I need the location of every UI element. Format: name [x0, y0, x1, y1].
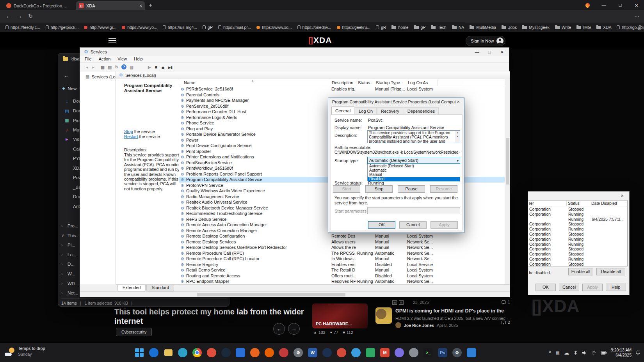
stop-service-icon[interactable] — [153, 64, 159, 70]
hero-title-line2[interactable]: internet — [114, 317, 143, 326]
column-header-description[interactable]: Description — [330, 80, 356, 86]
chevron-icon[interactable]: › — [61, 291, 65, 295]
taskbar-app-icon[interactable] — [366, 348, 375, 357]
comment-count[interactable]: 1 — [502, 300, 510, 304]
chevron-icon[interactable]: ∨ — [61, 233, 65, 238]
view-tab[interactable]: Standard — [146, 285, 174, 291]
msconfig-service-row[interactable]: Corporation Stopped — [528, 247, 628, 252]
notification-bell-icon[interactable] — [636, 350, 640, 355]
tab-xda[interactable]: [] XDA — [76, 1, 145, 10]
service-row[interactable]: Routing and Remote Access Offers routi..… — [179, 273, 505, 279]
chevron-icon[interactable]: › — [61, 252, 65, 257]
hero-tag-button[interactable]: Cybersecurity — [116, 328, 152, 336]
onedrive-cloud-icon[interactable] — [564, 350, 569, 356]
taskbar-app-icon[interactable] — [236, 348, 245, 357]
msconfig-service-row[interactable]: Corporation Running — [528, 212, 628, 217]
forward-icon[interactable] — [90, 64, 96, 70]
window-minimize-button[interactable] — [596, 0, 611, 10]
taskbar-app-icon[interactable] — [337, 348, 346, 357]
battery-icon[interactable] — [601, 351, 607, 355]
refresh-icon[interactable] — [114, 64, 120, 70]
dropdown-option[interactable]: Disabled — [368, 177, 460, 181]
start-parameters-field[interactable] — [367, 207, 460, 214]
cancel-button[interactable]: Cancel — [559, 284, 579, 291]
edge-icon[interactable] — [178, 348, 187, 357]
dialog-tab[interactable]: Log On — [355, 107, 377, 114]
column-header-log-on-as[interactable]: Log On As — [406, 80, 438, 86]
bookmark-item[interactable]: Mysticgeek — [520, 23, 552, 31]
bluetooth-icon[interactable] — [573, 350, 578, 355]
tree-item[interactable]: › WD... — [61, 281, 79, 286]
comment-count[interactable]: 2 — [502, 320, 510, 325]
bookmark-item[interactable]: XDA — [594, 23, 614, 31]
service-row[interactable]: Remote Registry Enables rem... Disabled … — [179, 262, 505, 268]
stop-service-link[interactable]: Stop — [124, 129, 133, 134]
dialog-tab[interactable]: Dependencies — [404, 107, 439, 114]
menu-item[interactable]: View — [114, 56, 130, 62]
bookmark-item[interactable]: http://getpock... — [43, 23, 81, 31]
forward-icon[interactable] — [16, 13, 23, 20]
flame-icon[interactable] — [580, 0, 595, 10]
start-button[interactable] — [135, 348, 144, 357]
startup-type-combobox[interactable]: Automatic (Delayed Start) — [367, 157, 460, 164]
service-row[interactable]: P9RdrService_2e516d8f Enables trig... Ma… — [179, 86, 505, 92]
xda-logo[interactable]: XDA — [308, 35, 332, 45]
taskbar-app-icon[interactable] — [149, 348, 158, 357]
view-tab[interactable]: Extended — [117, 285, 146, 291]
tree-item[interactable]: › Lo... — [61, 252, 76, 257]
sign-in-button[interactable]: Sign In Now — [466, 36, 505, 46]
word-icon[interactable]: W — [308, 348, 317, 357]
field-scrollbar[interactable]: ▴▾ — [455, 131, 460, 143]
firefox-icon[interactable] — [265, 348, 274, 357]
ok-button[interactable]: OK — [368, 221, 395, 229]
maximize-button[interactable] — [483, 48, 496, 56]
bookmark-item[interactable]: gP — [412, 23, 428, 31]
chevron-icon[interactable]: › — [61, 243, 65, 247]
taskbar-app-icon[interactable] — [395, 348, 404, 357]
horizontal-scrollbar[interactable] — [80, 291, 510, 297]
disable-all-button[interactable]: Disable all — [596, 268, 625, 275]
pause-service-icon[interactable] — [160, 64, 166, 70]
tab-close-icon[interactable] — [139, 3, 142, 9]
service-row[interactable]: Retail Demo Service The Retail D... Manu… — [179, 267, 505, 273]
tree-root-services-local[interactable]: Services (Local) — [80, 71, 116, 79]
taskbar-app-icon[interactable]: ⚙ — [452, 348, 462, 357]
service-row[interactable]: Parental Controls — [179, 92, 505, 98]
new-button[interactable]: New ∨ — [62, 85, 82, 92]
msconfig-service-row[interactable]: Corporation Running — [528, 227, 628, 232]
wifi-icon[interactable] — [591, 351, 596, 355]
bookmark-item[interactable]: IMG — [574, 23, 593, 31]
export-list-icon[interactable] — [107, 64, 113, 70]
tree-item[interactable]: › Pi... — [61, 243, 75, 247]
photoshop-icon[interactable]: Ps — [438, 348, 447, 357]
services-title-bar[interactable]: Services — [80, 48, 509, 56]
back-icon[interactable] — [5, 13, 12, 20]
msconfig-service-row[interactable]: Corporation Stopped — [528, 232, 628, 237]
menu-item[interactable]: File — [82, 56, 95, 62]
chevron-icon[interactable]: › — [61, 272, 65, 276]
column-header-name[interactable]: Name — [179, 80, 330, 86]
msconfig-service-row[interactable]: Corporation Running — [528, 242, 628, 247]
taskbar-app-icon[interactable] — [279, 348, 288, 357]
speaker-icon[interactable] — [582, 351, 587, 355]
column-header-startup-type[interactable]: Startup Type — [374, 80, 406, 86]
msconfig-service-row[interactable]: Running 6/4/2025 7:57:3... — [528, 217, 628, 222]
terminal-icon[interactable]: >_ — [423, 348, 433, 357]
msconfig-service-row[interactable]: Corporation Stopped — [528, 252, 628, 257]
help-icon[interactable] — [121, 64, 126, 69]
bookmark-item[interactable]: https://geekru... — [334, 23, 373, 31]
bookmark-item[interactable]: http://www.gr... — [82, 23, 119, 31]
tree-item[interactable]: › D... — [61, 262, 75, 266]
dropdown-option[interactable]: Automatic (Delayed Start) — [368, 164, 460, 169]
taskbar-app-icon[interactable] — [351, 348, 361, 357]
start-button[interactable]: Start — [333, 185, 360, 193]
dialog-close-icon[interactable] — [452, 98, 464, 106]
article-thumbnail[interactable] — [375, 307, 392, 324]
bookmark-item[interactable]: https://www.xd... — [254, 23, 294, 31]
carousel-prev-button[interactable] — [273, 323, 285, 335]
mail-icon[interactable]: M — [380, 348, 390, 357]
bookmark-item[interactable]: https://mail.pr... — [216, 23, 253, 31]
resume-button[interactable]: Resume — [430, 185, 457, 193]
settings-icon[interactable]: ⚙ — [294, 348, 303, 357]
dialog-tab[interactable]: Recovery — [377, 107, 403, 114]
